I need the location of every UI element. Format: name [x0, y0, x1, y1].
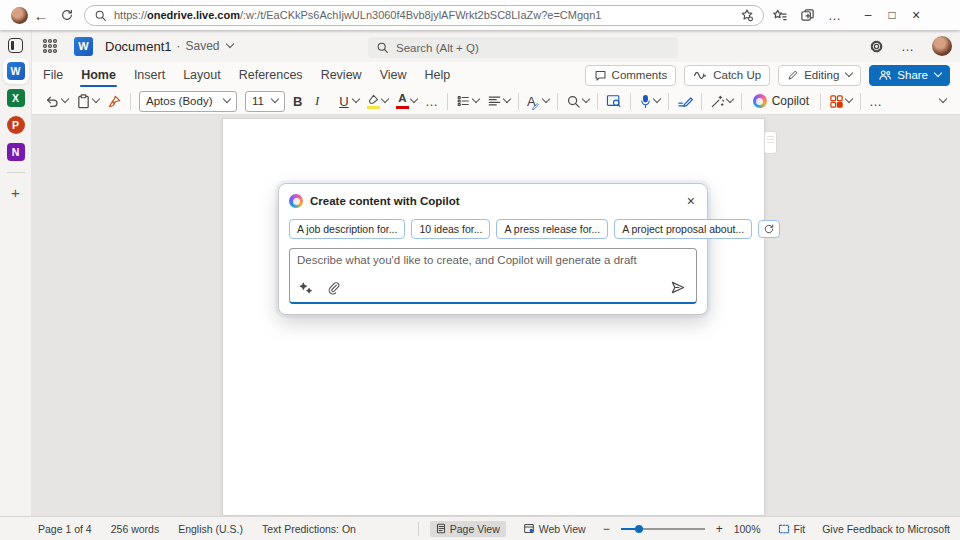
toolbar-more-button[interactable]: … [869, 94, 883, 109]
editing-label: Editing [804, 69, 839, 81]
copilot-prompt-input[interactable] [297, 254, 687, 278]
browser-refresh-button[interactable] [54, 2, 80, 28]
document-title-group[interactable]: Document1 · Saved [105, 39, 233, 54]
paste-button[interactable] [76, 94, 99, 109]
reading-view-button[interactable] [606, 94, 622, 108]
word-count[interactable]: 256 words [111, 523, 159, 535]
window-maximize-button[interactable]: □ [880, 8, 904, 22]
account-avatar[interactable] [932, 36, 952, 56]
designer-button[interactable] [829, 94, 852, 109]
microphone-icon [639, 94, 652, 109]
zoom-slider[interactable] [621, 523, 705, 535]
font-color-button[interactable]: A [396, 93, 417, 109]
bookmark-star-icon[interactable] [740, 8, 754, 22]
tab-review[interactable]: Review [312, 62, 371, 88]
browser-menu-button[interactable]: … [828, 8, 842, 23]
refresh-suggestions-button[interactable] [758, 220, 780, 238]
reading-view-icon [606, 94, 622, 108]
undo-button[interactable] [44, 94, 68, 109]
sparkle-icon[interactable] [299, 281, 313, 295]
prompt-chip-press-release[interactable]: A press release for... [496, 219, 608, 239]
fit-button[interactable]: Fit [772, 521, 812, 537]
copilot-button[interactable]: Copilot [750, 94, 812, 108]
fit-label: Fit [794, 523, 806, 535]
copilot-prompt-box[interactable] [289, 248, 697, 304]
zoom-out-button[interactable]: − [603, 522, 610, 536]
browser-back-button[interactable]: ← [28, 2, 54, 28]
comments-button[interactable]: Comments [585, 65, 677, 86]
window-close-button[interactable]: × [904, 7, 928, 23]
tab-home[interactable]: Home [72, 62, 125, 88]
copilot-label: Copilot [772, 94, 809, 108]
bold-button[interactable]: B [293, 94, 307, 109]
prompt-chip-job-description[interactable]: A job description for... [289, 219, 405, 239]
italic-button[interactable]: I [315, 93, 329, 109]
dictate-button[interactable] [639, 94, 660, 109]
collections-icon[interactable] [800, 8, 815, 23]
feedback-link[interactable]: Give Feedback to Microsoft [822, 523, 950, 535]
chevron-down-icon [92, 95, 100, 103]
share-button[interactable]: Share [869, 65, 950, 86]
editor-button[interactable] [677, 94, 693, 108]
app-search-box[interactable] [368, 37, 678, 58]
format-painter-icon [107, 94, 122, 109]
prompt-chip-project-proposal[interactable]: A project proposal about... [614, 219, 752, 239]
sidebar-add-app-button[interactable]: + [11, 184, 20, 201]
tab-file[interactable]: File [34, 62, 72, 88]
chevron-down-icon [939, 95, 947, 103]
sidebar-item-word[interactable]: W [7, 62, 25, 80]
page-count[interactable]: Page 1 of 4 [38, 523, 92, 535]
zoom-in-button[interactable]: + [716, 522, 723, 536]
find-button[interactable] [566, 94, 589, 109]
format-painter-button[interactable] [107, 94, 122, 109]
bullet-list-button[interactable] [456, 94, 479, 108]
prompt-chip-ideas[interactable]: 10 ideas for... [411, 219, 490, 239]
editing-mode-button[interactable]: Editing [778, 65, 861, 86]
language-selector[interactable]: English (U.S.) [178, 523, 243, 535]
tab-layout[interactable]: Layout [174, 62, 230, 88]
highlight-button[interactable] [367, 94, 388, 109]
more-font-options-button[interactable]: … [425, 94, 439, 109]
sidebar-item-powerpoint[interactable]: P [7, 116, 25, 134]
close-icon[interactable]: × [685, 193, 697, 209]
search-input[interactable] [396, 42, 636, 54]
settings-gear-icon[interactable] [869, 39, 884, 54]
m365-app-icon[interactable] [8, 38, 23, 53]
web-view-button[interactable]: Web View [517, 521, 592, 537]
app-launcher-icon[interactable] [42, 38, 58, 54]
page-view-button[interactable]: Page View [430, 521, 506, 537]
tab-help[interactable]: Help [416, 62, 460, 88]
styles-button[interactable]: A [527, 92, 549, 110]
align-button[interactable] [487, 94, 510, 108]
send-icon[interactable] [670, 280, 686, 295]
font-size-select[interactable]: 11 [245, 91, 285, 112]
tab-insert[interactable]: Insert [125, 62, 174, 88]
zoom-level[interactable]: 100% [734, 523, 761, 535]
font-name-select[interactable]: Aptos (Body) [139, 91, 237, 112]
sidebar-item-onenote[interactable]: N [7, 143, 25, 161]
zoom-slider-thumb[interactable] [635, 525, 643, 533]
underline-button[interactable]: U [337, 94, 359, 109]
excel-letter: X [12, 92, 19, 104]
collapse-ribbon-button[interactable] [938, 100, 946, 102]
header-more-button[interactable]: … [901, 39, 915, 54]
document-page[interactable] [222, 118, 765, 516]
auto-format-button[interactable] [710, 94, 733, 109]
document-title[interactable]: Document1 [105, 39, 171, 54]
word-header: W Document1 · Saved … [32, 30, 960, 62]
address-bar[interactable]: https://onedrive.live.com/:w:/t/EaCKkPs6… [84, 5, 764, 26]
attach-paperclip-icon[interactable] [327, 281, 340, 295]
sidebar-item-excel[interactable]: X [7, 89, 25, 107]
favorites-icon[interactable] [772, 8, 787, 23]
browser-profile-avatar[interactable] [11, 7, 28, 24]
tab-view[interactable]: View [371, 62, 416, 88]
tab-references[interactable]: References [230, 62, 312, 88]
window-minimize-button[interactable]: – [856, 8, 880, 22]
tab-file-label: File [43, 68, 63, 82]
catch-up-button[interactable]: Catch Up [684, 65, 770, 86]
comment-anchor-card[interactable] [764, 131, 777, 154]
chevron-down-icon [381, 95, 389, 103]
chevron-down-icon [725, 95, 733, 103]
catch-up-label: Catch Up [713, 69, 761, 81]
text-predictions-toggle[interactable]: Text Predictions: On [262, 523, 356, 535]
